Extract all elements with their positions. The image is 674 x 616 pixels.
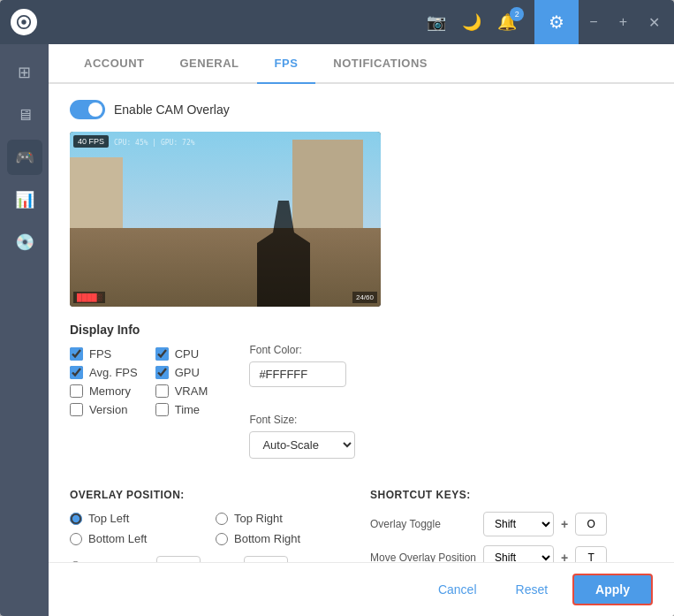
time-label: Time [175, 403, 200, 416]
settings-button[interactable]: ⚙ [534, 0, 579, 44]
radio-bottom-left: Bottom Left [70, 532, 207, 545]
display-info-left: Display Info FPS CPU [70, 323, 223, 475]
reset-button[interactable]: Reset [502, 575, 563, 604]
checkbox-avgfps: Avg. FPS [70, 366, 138, 379]
notification-badge: 2 [510, 7, 524, 21]
top-left-radio[interactable] [70, 513, 82, 525]
overlay-toggle-key[interactable] [575, 513, 607, 536]
performance-icon: 📊 [15, 190, 34, 209]
fps-badge: 40 FPS [73, 135, 109, 148]
overlay-position-section: OVERLAY POSITION: Top Left Top Right [70, 489, 352, 562]
tab-fps[interactable]: FPS [257, 44, 316, 84]
svg-point-1 [21, 19, 26, 24]
memory-label: Memory [89, 384, 131, 398]
health-bar: ████░ [73, 292, 105, 303]
avgfps-label: Avg. FPS [89, 366, 138, 379]
screenshot-icon[interactable]: 📷 [427, 12, 446, 32]
app-window: 📷 🌙 🔔 2 ⚙ − + ✕ ⊞ 🖥 🎮 [0, 0, 674, 616]
game-scene [70, 132, 381, 307]
cpu-checkbox[interactable] [155, 347, 169, 361]
tab-notifications[interactable]: NOTIFICATIONS [315, 44, 445, 84]
top-left-label: Top Left [88, 512, 129, 525]
tab-bar: ACCOUNT GENERAL FPS NOTIFICATIONS [49, 44, 674, 84]
sidebar-item-monitor[interactable]: 🖥 [7, 97, 42, 133]
checkbox-memory: Memory [70, 384, 138, 398]
checkbox-fps: FPS [70, 347, 138, 361]
font-color-label: Font Color: [249, 344, 346, 356]
games-icon: 🎮 [15, 148, 34, 167]
font-controls: Font Color: Font Size: Auto-Scale Small … [249, 344, 355, 459]
cam-overlay-label: Enable CAM Overlay [114, 103, 230, 117]
game-overlay-text: CPU: 45% | GPU: 72% [114, 139, 195, 147]
fps-checkbox[interactable] [70, 347, 83, 361]
fps-label: FPS [89, 347, 111, 361]
plus-sign-2: + [561, 551, 568, 562]
radio-top-left: Top Left [70, 512, 207, 525]
action-bar: Cancel Reset Apply [49, 562, 674, 616]
custom-position-row: Custom X % Y % [70, 556, 352, 562]
time-checkbox[interactable] [155, 403, 169, 416]
sleep-icon[interactable]: 🌙 [462, 12, 481, 32]
sidebar: ⊞ 🖥 🎮 📊 💿 [0, 44, 49, 616]
vram-checkbox[interactable] [155, 384, 169, 398]
cam-overlay-toggle[interactable] [70, 100, 105, 119]
maximize-button[interactable]: + [616, 11, 631, 34]
overlay-toggle-modifier[interactable]: Shift Ctrl Alt [483, 512, 554, 536]
bottom-right-label: Bottom Right [234, 532, 300, 545]
shortcut-keys-title: SHORTCUT KEYS: [370, 489, 653, 501]
sidebar-item-performance[interactable]: 📊 [7, 182, 42, 217]
close-button[interactable]: ✕ [645, 11, 663, 34]
sidebar-item-media[interactable]: 💿 [7, 224, 42, 260]
window-controls: − + ✕ [586, 11, 663, 34]
vram-label: VRAM [175, 384, 208, 398]
version-label: Version [89, 403, 127, 416]
shortcut-row-overlay-toggle: Overlay Toggle Shift Ctrl Alt + [370, 512, 653, 536]
font-color-input[interactable] [249, 361, 346, 387]
top-right-radio[interactable] [216, 513, 228, 525]
move-overlay-key[interactable] [575, 546, 607, 562]
y-input[interactable] [244, 556, 288, 562]
display-info-title: Display Info [70, 323, 223, 337]
media-icon: 💿 [15, 232, 34, 252]
monitor-icon: 🖥 [17, 106, 33, 125]
font-size-label: Font Size: [249, 414, 355, 426]
font-size-group: Font Size: Auto-Scale Small Medium Large [249, 414, 355, 459]
scroll-content: Enable CAM Overlay 40 FPS CPU: 45% | GPU… [49, 84, 674, 562]
font-size-select[interactable]: Auto-Scale Small Medium Large [249, 431, 355, 459]
avgfps-checkbox[interactable] [70, 366, 83, 379]
notifications-icon[interactable]: 🔔 2 [497, 12, 517, 32]
move-overlay-label: Move Overlay Position [370, 551, 476, 562]
plus-sign-1: + [561, 517, 568, 531]
x-input[interactable] [156, 556, 201, 562]
version-checkbox[interactable] [70, 403, 83, 416]
shortcut-row-move-overlay: Move Overlay Position Shift Ctrl Alt + [370, 545, 653, 562]
ground-element [70, 228, 381, 307]
game-preview: 40 FPS CPU: 45% | GPU: 72% ████░ 24/60 [70, 132, 381, 307]
titlebar: 📷 🌙 🔔 2 ⚙ − + ✕ [0, 0, 674, 44]
bottom-left-radio[interactable] [70, 533, 82, 545]
checkbox-gpu: GPU [155, 366, 223, 379]
toggle-slider [70, 100, 105, 119]
sidebar-item-games[interactable]: 🎮 [7, 140, 42, 175]
dashboard-icon: ⊞ [18, 63, 31, 82]
gpu-checkbox[interactable] [155, 366, 169, 379]
ammo-counter: 24/60 [352, 292, 377, 303]
checkbox-cpu: CPU [155, 347, 223, 361]
titlebar-icons: 📷 🌙 🔔 2 [427, 12, 517, 32]
sidebar-item-dashboard[interactable]: ⊞ [7, 55, 42, 90]
cpu-label: CPU [175, 347, 199, 361]
memory-checkbox[interactable] [70, 384, 83, 398]
tab-general[interactable]: GENERAL [163, 44, 257, 84]
apply-button[interactable]: Apply [572, 574, 653, 605]
overlay-toggle-label: Overlay Toggle [370, 518, 476, 530]
top-right-label: Top Right [234, 512, 283, 525]
checkbox-vram: VRAM [155, 384, 223, 398]
position-radio-grid: Top Left Top Right Bottom Left [70, 512, 352, 545]
bottom-right-radio[interactable] [216, 533, 228, 545]
move-overlay-modifier[interactable]: Shift Ctrl Alt [483, 545, 554, 562]
tab-account[interactable]: ACCOUNT [66, 44, 163, 84]
cancel-button[interactable]: Cancel [424, 575, 491, 604]
bottom-left-label: Bottom Left [88, 532, 147, 545]
radio-bottom-right: Bottom Right [216, 532, 352, 545]
minimize-button[interactable]: − [586, 11, 601, 34]
